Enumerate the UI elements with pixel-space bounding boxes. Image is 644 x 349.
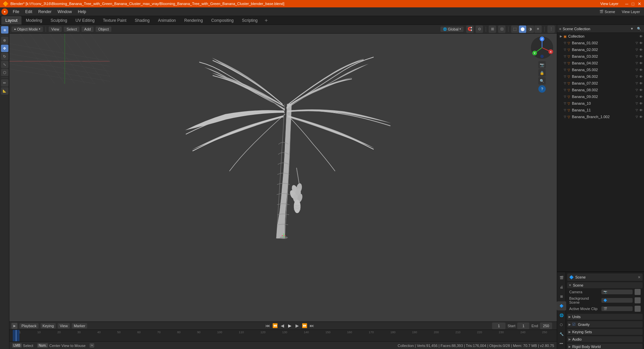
tab-animation[interactable]: Animation [154, 16, 180, 24]
prop-tab-object[interactable]: ⬡ [557, 320, 566, 329]
camera-view-btn[interactable]: 📷 [538, 61, 546, 68]
playback-btn[interactable]: Playback [19, 323, 39, 329]
visible-icon-7[interactable]: 👁 [639, 82, 643, 85]
filter-icon-6[interactable]: ▽ [636, 75, 638, 78]
outliner-item-banana9[interactable]: ▽ ▽ Banana_09.002 ▽ 👁 [557, 93, 644, 100]
object-menu-btn[interactable]: Object [96, 27, 112, 32]
snap-btn[interactable]: 🧲 [466, 26, 474, 33]
viewport-3d[interactable]: User Perspective (1) Collection [9, 34, 557, 321]
tab-modeling[interactable]: Modeling [22, 16, 46, 24]
prop-tab-modifiers[interactable]: 🔧 [557, 330, 566, 339]
prop-tab-render[interactable]: 🎬 [557, 273, 566, 282]
bg-scene-value[interactable]: 🔷 [601, 298, 633, 303]
jump-start-btn[interactable]: ⏮ [264, 322, 271, 329]
outliner-item-banana5[interactable]: ▽ ▽ Banana_05.002 ▽ 👁 [557, 66, 644, 73]
gizmo-btn[interactable]: ⊡ [498, 26, 505, 33]
outliner-item-banana8[interactable]: ▽ ▽ Banana_08.002 ▽ 👁 [557, 87, 644, 93]
solid-btn[interactable]: ⬤ [519, 26, 526, 33]
scene-section-header[interactable]: ▼ Scene [567, 282, 643, 288]
play-btn[interactable]: ▶ [286, 322, 293, 329]
wireframe-btn[interactable]: ⬚ [511, 26, 519, 33]
filter-icon-9[interactable]: ▽ [636, 95, 638, 98]
tab-sculpting[interactable]: Sculpting [47, 16, 71, 24]
help-btn[interactable]: ? [538, 85, 546, 93]
measure-tool[interactable]: 📐 [1, 87, 8, 95]
filter-icon-8[interactable]: ▽ [636, 88, 638, 92]
overlay-btn[interactable]: ⊞ [489, 26, 496, 33]
visible-icon-12[interactable]: 👁 [639, 115, 643, 119]
outliner-item-banana2[interactable]: ▽ ▽ Banana_02.002 ▽ 👁 [557, 46, 644, 53]
visible-icon-3[interactable]: 👁 [639, 55, 643, 58]
filter-icon-2[interactable]: ▽ [636, 48, 638, 51]
marker-btn[interactable]: Marker [72, 323, 87, 329]
filter-icon-5[interactable]: ▽ [636, 68, 638, 71]
visible-icon-10[interactable]: 👁 [639, 102, 643, 105]
movie-clip-edit-btn[interactable] [635, 306, 641, 312]
global-space-btn[interactable]: 🌐 Global ▾ [440, 27, 464, 32]
add-menu-btn[interactable]: Add [82, 27, 94, 32]
filter-icon-11[interactable]: ▽ [636, 108, 638, 112]
filter-icon-4[interactable]: ▽ [636, 61, 638, 65]
current-frame-input[interactable]: 1 [492, 322, 505, 329]
end-frame-input[interactable]: 250 [540, 322, 552, 329]
active-tool-indicator[interactable]: ⊕ [1, 26, 8, 34]
rendered-btn[interactable]: ☀ [534, 26, 542, 33]
minimize-btn[interactable]: ─ [625, 1, 628, 6]
outliner-item-branch[interactable]: ▽ ▽ Banana_Branch_1.002 ▽ 👁 [557, 113, 644, 120]
lock-cam-btn[interactable]: 🔒 [538, 69, 546, 77]
visible-icon-6[interactable]: 👁 [639, 75, 643, 79]
menu-window[interactable]: Window [55, 9, 74, 15]
visible-icon-4[interactable]: 👁 [639, 61, 643, 65]
close-prop-btn[interactable]: ✕ [638, 275, 641, 280]
step-forward-btn[interactable]: ▶ [294, 322, 301, 329]
lookdev-btn[interactable]: ◑ [527, 26, 534, 33]
zoom-btn[interactable]: 🔍 [538, 77, 546, 85]
menu-file[interactable]: File [10, 9, 22, 15]
visible-icon-11[interactable]: 👁 [639, 108, 643, 112]
outliner-collection[interactable]: ▶ ▣ Collection 👁 [557, 33, 644, 40]
tab-rendering[interactable]: Rendering [180, 16, 207, 24]
timeline-editor-icon[interactable]: ▶ [11, 323, 17, 329]
visible-icon-5[interactable]: 👁 [639, 68, 643, 72]
prop-tab-particles[interactable]: ••• [557, 339, 566, 348]
menu-render[interactable]: Render [36, 9, 54, 15]
next-keyframe-btn[interactable]: ⏩ [301, 322, 308, 329]
prop-tab-view-layer[interactable]: ⊞ [557, 292, 566, 301]
tab-compositing[interactable]: Compositing [207, 16, 238, 24]
move-tool[interactable]: ✥ [1, 45, 8, 52]
menu-help[interactable]: Help [75, 9, 89, 15]
proportional-btn[interactable]: ⊙ [476, 26, 483, 33]
visible-icon-8[interactable]: 👁 [639, 88, 643, 92]
visible-icon-9[interactable]: 👁 [639, 95, 643, 99]
filter-icon-10[interactable]: ▽ [636, 102, 638, 105]
nav-gizmo[interactable]: Z X Y [530, 36, 554, 60]
movie-clip-value[interactable]: 🎬 [601, 306, 633, 311]
filter-icon-12[interactable]: ▽ [636, 115, 638, 118]
camera-value[interactable]: 📷 [601, 290, 633, 294]
tab-scripting[interactable]: Scripting [238, 16, 262, 24]
view-timeline-btn[interactable]: View [58, 323, 70, 329]
transform-tool[interactable]: ⬡ [1, 69, 8, 76]
keying-btn[interactable]: Keying [41, 323, 56, 329]
filter-icon-1[interactable]: ▽ [636, 41, 638, 45]
visible-icon-2[interactable]: 👁 [639, 48, 643, 52]
tab-texture-paint[interactable]: Texture Paint [99, 16, 130, 24]
annotate-tool[interactable]: ✏ [1, 79, 8, 87]
filter-icon-7[interactable]: ▽ [636, 82, 638, 85]
gravity-section-header[interactable]: ▶ ☑ Gravity [567, 321, 643, 328]
tab-layout[interactable]: Layout [1, 16, 21, 24]
outliner-search-btn[interactable]: 🔍 [636, 26, 642, 32]
tab-shading[interactable]: Shading [131, 16, 154, 24]
outliner-item-banana11[interactable]: ▽ ▽ Banana_11 ▽ 👁 [557, 107, 644, 113]
prop-tab-scene[interactable]: 🔷 [557, 301, 566, 310]
cursor-tool[interactable]: ⊕ [1, 37, 8, 44]
rotate-tool[interactable]: ↻ [1, 53, 8, 60]
start-frame-input[interactable]: 1 [517, 322, 529, 329]
viewport-options-btn[interactable]: ⋮ [547, 26, 555, 33]
outliner-item-banana3[interactable]: ▽ ▽ Banana_03.002 ▽ 👁 [557, 53, 644, 60]
tab-add[interactable]: + [262, 16, 270, 24]
visible-icon-1[interactable]: 👁 [639, 41, 643, 45]
outliner-item-banana10[interactable]: ▽ ▽ Banana_10 ▽ 👁 [557, 100, 644, 107]
prop-tab-world[interactable]: 🌐 [557, 311, 566, 320]
prev-keyframe-btn[interactable]: ⏪ [272, 322, 278, 329]
